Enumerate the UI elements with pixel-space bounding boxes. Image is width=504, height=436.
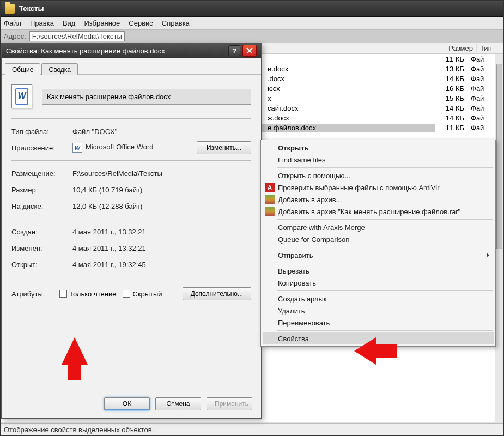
scrollbar-thumb[interactable] (496, 64, 502, 249)
ctx-araxis-compare[interactable]: Compare with Araxis Merge (263, 221, 494, 233)
cancel-button[interactable]: Отмена (155, 397, 201, 410)
menu-favorites[interactable]: Избранное (84, 19, 120, 27)
apply-button[interactable]: Применить (207, 397, 252, 410)
menu-view[interactable]: Вид (63, 19, 76, 27)
checkbox-hidden[interactable]: Скрытый (123, 290, 162, 298)
ctx-copy[interactable]: Копировать (263, 277, 494, 289)
dialog-titlebar[interactable]: Свойства: Как менять расширение файлов.d… (2, 43, 261, 58)
address-label: Адрес: (4, 32, 26, 40)
value-created: 4 мая 2011 г., 13:32:21 (72, 228, 251, 236)
scrollbar[interactable] (495, 54, 503, 422)
col-size[interactable]: Размер (444, 44, 476, 52)
label-disk: На диске: (11, 202, 72, 210)
ctx-send-to[interactable]: Отправить (263, 249, 494, 261)
divider (11, 160, 251, 161)
ctx-open-with[interactable]: Открыть с помощью... (263, 169, 494, 181)
arrow-icon (354, 335, 398, 367)
svg-marker-0 (354, 337, 397, 365)
value-opened: 4 мая 2011 г., 19:32:45 (72, 261, 251, 269)
separator (277, 167, 493, 168)
value-modified: 4 мая 2011 г., 13:32:21 (72, 244, 251, 252)
ctx-delete[interactable]: Удалить (263, 305, 494, 317)
status-text: Отображение свойств выделенных объектов. (4, 426, 154, 434)
col-type[interactable]: Тип (476, 44, 503, 52)
value-size: 10,4 КБ (10 719 байт) (72, 186, 251, 194)
arrow-icon (62, 337, 88, 365)
filename-field[interactable]: Как менять расширение файлов.docx (42, 89, 251, 105)
separator (277, 330, 493, 331)
ctx-rename[interactable]: Переименовать (263, 317, 494, 329)
dialog-body: Как менять расширение файлов.docx Тип фа… (2, 75, 261, 307)
advanced-button[interactable]: Дополнительно... (183, 287, 251, 300)
close-icon (246, 47, 253, 54)
checkbox-readonly[interactable]: Только чтение (59, 290, 116, 298)
value-app: WMicrosoft Office Word (72, 143, 197, 153)
file-type-icon (11, 84, 32, 108)
ctx-open[interactable]: Открыть (263, 142, 494, 154)
separator (277, 247, 493, 247)
properties-dialog: Свойства: Как менять расширение файлов.d… (1, 43, 262, 419)
explorer-title: Тексты (19, 4, 44, 13)
value-location: F:\sources\RelMedia\Тексты (72, 169, 251, 178)
separator (277, 290, 493, 291)
label-location: Размещение: (11, 169, 72, 178)
separator (277, 263, 493, 263)
help-button[interactable]: ? (228, 45, 240, 56)
checkbox-icon (59, 290, 67, 298)
explorer-titlebar[interactable]: Тексты (1, 1, 503, 17)
context-menu: Открыть Find same files Открыть с помощь… (260, 140, 496, 347)
label-app: Приложение: (11, 144, 72, 152)
archive-icon (265, 207, 275, 216)
menu-edit[interactable]: Правка (30, 19, 54, 27)
tab-general[interactable]: Общие (5, 63, 40, 75)
label-created: Создан: (11, 228, 72, 236)
label-type: Тип файла: (11, 128, 72, 136)
ok-button[interactable]: ОК (104, 397, 150, 410)
change-button[interactable]: Изменить... (197, 141, 251, 154)
menu-file[interactable]: Файл (4, 19, 21, 27)
archive-icon (265, 195, 275, 204)
ctx-add-archive-rar[interactable]: Добавить в архив "Как менять расширение … (263, 205, 494, 217)
label-size: Размер: (11, 186, 72, 194)
divider (11, 118, 251, 119)
checkbox-icon (123, 290, 130, 298)
word-icon: W (72, 143, 82, 153)
folder-icon (5, 4, 15, 14)
dialog-buttons: ОК Отмена Применить (104, 397, 252, 410)
ctx-add-archive[interactable]: Добавить в архив... (263, 193, 494, 205)
ctx-araxis-queue[interactable]: Queue for Comparison (263, 233, 494, 245)
address-path[interactable]: F:\sources\RelMedia\Тексты (29, 31, 125, 41)
label-modified: Изменен: (11, 244, 72, 252)
close-button[interactable] (242, 45, 257, 57)
value-disk: 12,0 КБ (12 288 байт) (72, 202, 251, 210)
ctx-cut[interactable]: Вырезать (263, 265, 494, 277)
tab-summary[interactable]: Сводка (41, 63, 78, 75)
label-attrs: Атрибуты: (11, 290, 59, 298)
label-opened: Открыт: (11, 261, 72, 269)
tab-strip: Общие Сводка (2, 58, 261, 75)
ctx-create-shortcut[interactable]: Создать ярлык (263, 293, 494, 305)
ctx-find-same[interactable]: Find same files (263, 154, 494, 166)
menubar: Файл Правка Вид Избранное Сервис Справка (1, 17, 503, 30)
addressbar: Адрес: F:\sources\RelMedia\Тексты (1, 30, 503, 43)
statusbar: Отображение свойств выделенных объектов. (1, 423, 503, 435)
menu-service[interactable]: Сервис (129, 19, 153, 27)
divider (11, 277, 251, 277)
separator (277, 219, 493, 220)
value-type: Файл "DOCX" (72, 128, 251, 136)
dialog-title: Свойства: Как менять расширение файлов.d… (6, 47, 228, 55)
menu-help[interactable]: Справка (162, 19, 190, 27)
antivirus-icon: A (265, 183, 275, 192)
ctx-antivir[interactable]: AПроверить выбранные файлы с помощью Ant… (263, 181, 494, 193)
divider (11, 219, 251, 219)
